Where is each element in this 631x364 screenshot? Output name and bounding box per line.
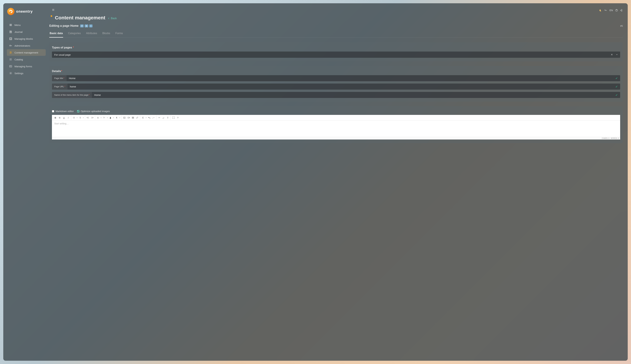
caret-icon[interactable]: ▾ [113,116,115,120]
key-icon [9,44,12,47]
svg-text:2: 2 [79,118,80,118]
image-icon[interactable] [122,116,127,120]
hr-icon[interactable] [157,116,161,120]
caret-icon[interactable]: ▾ [106,116,108,120]
underline-icon[interactable]: U [62,116,66,120]
svg-point-3 [10,52,11,52]
page-title-input[interactable] [67,75,613,81]
video-icon[interactable] [127,116,131,120]
help-icon[interactable]: ? [176,116,180,120]
logout-icon[interactable] [620,9,623,12]
gear-icon [9,72,12,75]
topbar: EN [49,3,628,13]
nav: Menu Journal Managing blocks Administrat… [3,22,49,76]
tab-attributes[interactable]: Attributes [86,30,97,38]
status-dot-icon [51,15,52,17]
menu-name-label: Name of the menu item for the page* [52,92,92,98]
undo-icon[interactable] [147,116,151,120]
bold-icon[interactable]: B [53,116,58,120]
table-icon[interactable] [131,116,135,120]
strike-icon[interactable]: S [58,116,62,120]
clear-format-icon[interactable] [166,116,170,120]
sidebar-item-label: Managing forms [15,65,32,68]
page-title: Content management [55,15,105,20]
tab-blocks[interactable]: Blocks [102,30,110,38]
page-url-label: Page URL* [52,84,68,90]
svg-point-4 [11,52,12,53]
paragraph-icon[interactable]: ¶ [115,116,119,120]
arrow-left-icon [108,17,110,20]
field-page-title: Page title* ✓ [52,75,620,81]
link-icon[interactable] [135,116,139,120]
rich-text-editor: B S U I ▾ 12 ▾ [52,115,620,140]
svg-rect-19 [128,117,129,118]
back-link[interactable]: Back [108,17,117,20]
hamburger-icon[interactable] [51,8,56,13]
clear-icon[interactable]: ✕ [611,53,613,56]
sidebar-item-journal[interactable]: Journal [7,28,46,35]
subheader: Editing a page Home V S I #5 [49,20,628,28]
ordered-list-icon[interactable]: 12 [78,116,82,120]
tab-categories[interactable]: Categories [68,30,81,38]
sidebar-item-managing-blocks[interactable]: Managing blocks [7,36,46,42]
fullscreen-icon[interactable] [171,116,176,120]
sidebar-item-catalog[interactable]: Catalog [7,56,46,63]
types-panel: Types of pages * For usual page ✕ [49,42,623,62]
field-page-url: Page URL* ✓ [52,84,620,90]
details-panel: Details* Page title* ✓ Page URL* ✓ Name … [49,66,623,102]
page-type-select[interactable]: For usual page ✕ [52,52,620,58]
sidebar-item-label: Content management [15,51,38,54]
font-icon[interactable]: A [96,116,100,120]
caret-icon[interactable]: ▾ [100,116,102,120]
check-icon: ✓ [613,92,620,98]
font-size-icon[interactable]: TT [102,116,106,120]
sidebar-item-settings[interactable]: Settings [7,70,46,76]
sidebar-item-managing-forms[interactable]: Managing forms [7,63,46,70]
details-label: Details* [52,70,620,73]
resize-handle-icon[interactable]: ⋮⋮ [53,137,57,139]
types-label: Types of pages * [52,46,620,49]
tab-forms[interactable]: Forms [115,30,123,38]
badge-i[interactable]: I [89,24,93,28]
sidebar-item-menu[interactable]: Menu [7,22,46,28]
sidebar-item-content-management[interactable]: Content management [7,49,46,56]
sidebar-item-administrators[interactable]: Administrators [7,42,46,49]
svg-point-10 [10,73,11,74]
integrations-icon[interactable] [604,9,607,12]
caret-icon[interactable]: ▾ [82,116,84,120]
page-url-input[interactable] [68,84,613,90]
caret-icon[interactable]: ▾ [76,116,78,120]
chevron-down-icon[interactable] [616,53,618,56]
menu-name-input[interactable] [92,92,613,98]
sidebar: oneentry Menu Journal Managing blocks [3,3,49,361]
caret-icon[interactable]: ▾ [145,116,147,120]
align-icon[interactable] [141,116,145,120]
optimize-checkbox[interactable]: Optimize uploaded images [77,110,110,112]
italic-icon[interactable]: I [66,116,70,120]
theme-toggle-icon[interactable] [599,9,601,12]
editor-footer: ⋮⋮ CHARS: 0 WORDS: 0 [52,137,620,140]
indent-icon[interactable] [90,116,94,120]
sidebar-item-label: Administrators [15,44,30,47]
badge-s[interactable]: S [85,24,88,28]
field-menu-name: Name of the menu item for the page* ✓ [52,92,620,98]
menu-icon [9,24,12,26]
svg-point-6 [10,58,10,59]
badge-v[interactable]: V [80,24,84,28]
eraser-icon[interactable] [161,116,166,120]
tab-basic-data[interactable]: Basic data [49,30,63,38]
journal-icon [9,30,12,33]
logo-text: oneentry [16,9,33,14]
outdent-icon[interactable] [86,116,90,120]
editor-textarea[interactable]: Start writing… [52,120,620,137]
object-id: #5 [620,24,623,27]
help-icon[interactable] [615,9,618,12]
text-color-icon[interactable] [108,116,113,120]
redo-icon[interactable] [151,116,156,120]
lang-switch[interactable]: EN [609,9,613,12]
bullet-list-icon[interactable] [72,116,76,120]
sidebar-item-label: Catalog [15,58,23,61]
markdown-checkbox[interactable]: Markdown editor [52,110,74,112]
sidebar-item-label: Settings [15,72,23,75]
caret-icon[interactable]: ▾ [119,116,121,120]
